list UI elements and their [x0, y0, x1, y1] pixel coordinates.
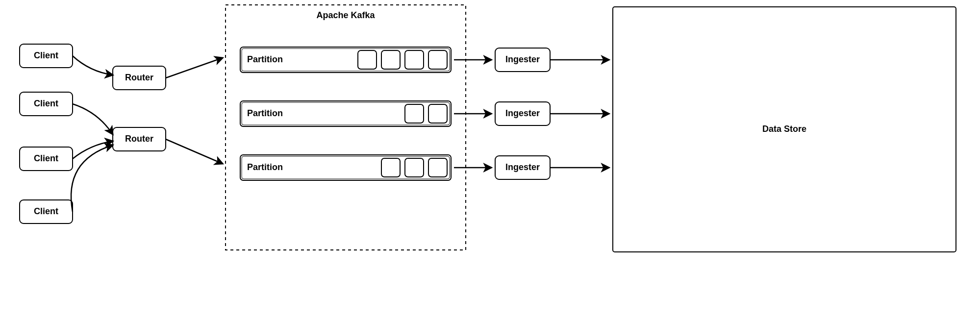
partition-0-msg-3	[428, 50, 447, 69]
arrow-router1-kafka	[166, 139, 223, 164]
ingester-label-0: Ingester	[505, 54, 540, 64]
kafka-title: Apache Kafka	[316, 10, 375, 20]
architecture-diagram: ClientClientClientClientRouterRouterApac…	[0, 0, 980, 322]
arrow-router0-kafka	[166, 58, 223, 78]
partition-0-msg-2	[405, 50, 424, 69]
datastore-label: Data Store	[762, 124, 806, 134]
ingester-label-1: Ingester	[505, 108, 540, 118]
partition-label-1: Partition	[247, 108, 283, 118]
client-label-3: Client	[34, 206, 58, 216]
partition-2-msg-2	[428, 158, 447, 177]
client-label-1: Client	[34, 99, 58, 108]
router-label-1: Router	[125, 134, 153, 144]
partition-2-msg-1	[405, 158, 424, 177]
partition-label-0: Partition	[247, 54, 283, 64]
ingester-label-2: Ingester	[505, 162, 540, 172]
client-label-2: Client	[34, 153, 58, 163]
kafka-container	[226, 5, 466, 250]
partition-0-msg-1	[381, 50, 400, 69]
arrow-client1-router1	[73, 104, 113, 134]
partition-1-msg-0	[405, 104, 424, 123]
arrow-client0-router0	[73, 56, 113, 75]
partition-2-msg-0	[381, 158, 400, 177]
partition-0-msg-0	[358, 50, 377, 69]
arrow-client2-router1	[73, 141, 113, 159]
partition-label-2: Partition	[247, 162, 283, 172]
partition-1-msg-1	[428, 104, 447, 123]
router-label-0: Router	[125, 73, 153, 82]
client-label-0: Client	[34, 50, 58, 60]
